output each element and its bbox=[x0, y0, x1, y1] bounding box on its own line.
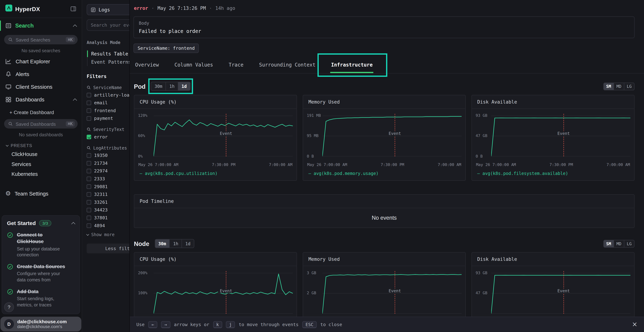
filter-option[interactable]: 29081 bbox=[86, 184, 129, 190]
node-range-1d[interactable]: 1d bbox=[182, 240, 194, 248]
y-axis-label: 95 MB bbox=[307, 134, 322, 138]
search-icon bbox=[8, 38, 13, 42]
presets-toggle[interactable]: PRESETS bbox=[0, 139, 82, 149]
checkbox[interactable] bbox=[86, 153, 91, 158]
close-icon[interactable]: × bbox=[632, 321, 638, 328]
chevron-down-icon bbox=[86, 233, 89, 236]
checkbox[interactable] bbox=[86, 224, 91, 228]
user-org: dale@clickhouse.com's bbox=[17, 324, 67, 329]
checkbox[interactable] bbox=[86, 169, 91, 173]
get-started-step: Connect to ClickHouseSet up your databas… bbox=[7, 232, 75, 258]
filter-option-label: 33261 bbox=[94, 200, 108, 205]
analysis-mode-options: Results TableEvent Patterns bbox=[87, 50, 129, 66]
checkbox[interactable] bbox=[86, 192, 91, 196]
facet-name[interactable]: SeverityText bbox=[86, 127, 129, 132]
search-section-label: Search bbox=[15, 22, 34, 28]
checkbox[interactable] bbox=[86, 93, 91, 97]
tab-surrounding-context[interactable]: Surrounding Context bbox=[259, 58, 316, 73]
checkbox[interactable] bbox=[86, 176, 91, 181]
filter-option[interactable]: payment bbox=[86, 116, 129, 121]
x-axis-label: 7:30:00 PM bbox=[550, 162, 573, 167]
facet-logattributes: LogAttributes193502173422974233329081323… bbox=[86, 146, 129, 237]
sidebar-item-search[interactable]: Search bbox=[0, 18, 82, 33]
search-icon bbox=[86, 86, 91, 90]
node-size-md[interactable]: MD bbox=[614, 240, 624, 247]
service-name-chip[interactable]: ServiceName: frontend bbox=[134, 44, 199, 53]
filter-option[interactable]: frontend bbox=[86, 108, 129, 114]
facet-name[interactable]: LogAttributes bbox=[86, 146, 129, 150]
checkbox[interactable] bbox=[86, 100, 91, 105]
y-axis-label: 0 B bbox=[476, 154, 490, 159]
pod-range-1h[interactable]: 1h bbox=[166, 82, 178, 90]
filter-option[interactable]: error bbox=[86, 134, 129, 140]
sidebar-item-kubernetes[interactable]: Kubernetes bbox=[0, 169, 82, 179]
filter-option[interactable]: 21734 bbox=[86, 161, 129, 166]
sidebar-item-client-sessions[interactable]: Client Sessions bbox=[0, 80, 82, 93]
chart-legend: — avg(k8s.pod.memory.usage) bbox=[303, 167, 465, 180]
pod-size-md[interactable]: MD bbox=[614, 83, 624, 90]
sidebar-item-services[interactable]: Services bbox=[0, 160, 82, 169]
less-filters-button[interactable]: Less filters bbox=[86, 244, 129, 253]
saved-dashboards-input[interactable]: Saved Dashboards ⌘K bbox=[4, 119, 78, 128]
help-button[interactable]: ? bbox=[4, 302, 14, 312]
filter-option[interactable]: artillery-loadgen bbox=[86, 92, 129, 98]
filter-option[interactable]: 34423 bbox=[86, 207, 129, 213]
filter-option[interactable]: email bbox=[86, 100, 129, 106]
y-axis-label: 191 MB bbox=[307, 114, 322, 118]
tab-column-values[interactable]: Column Values bbox=[174, 58, 213, 73]
source-selector-button[interactable]: Logs bbox=[86, 4, 129, 15]
tab-overview[interactable]: Overview bbox=[135, 58, 159, 73]
filter-option-label: 37801 bbox=[94, 215, 108, 220]
pod-size-lg[interactable]: LG bbox=[624, 83, 634, 90]
sidebar-item-clickhouse[interactable]: ClickHouse bbox=[0, 150, 82, 160]
facet-name[interactable]: ServiceName bbox=[86, 85, 129, 90]
filter-option[interactable]: 4894 bbox=[86, 223, 129, 228]
filter-option[interactable]: 37801 bbox=[86, 215, 129, 220]
analysis-mode-results-table[interactable]: Results Table bbox=[88, 50, 129, 58]
chart-title: Memory Used bbox=[303, 252, 465, 266]
node-range-30m[interactable]: 30m bbox=[155, 240, 170, 248]
show-more-button[interactable]: Show more bbox=[86, 232, 129, 237]
filter-option[interactable]: 32311 bbox=[86, 192, 129, 197]
checkbox-checked[interactable] bbox=[86, 135, 91, 139]
user-menu[interactable]: D dale@clickhouse.com dale@clickhouse.co… bbox=[0, 316, 81, 332]
filter-option[interactable]: 22974 bbox=[86, 168, 129, 174]
collapse-sidebar-icon[interactable] bbox=[70, 6, 76, 12]
sidebar-item-team-settings[interactable]: ⚙ Team Settings bbox=[0, 184, 82, 204]
checkbox[interactable] bbox=[86, 200, 91, 204]
event-tags: ServiceName: frontend bbox=[134, 44, 634, 53]
checkbox[interactable] bbox=[86, 108, 91, 113]
search-input[interactable] bbox=[86, 19, 129, 31]
checkbox[interactable] bbox=[86, 116, 91, 121]
pod-size-sm[interactable]: SM bbox=[604, 83, 614, 90]
filter-option-label: frontend bbox=[94, 108, 116, 114]
pod-range-30m[interactable]: 30m bbox=[151, 82, 166, 90]
checkbox[interactable] bbox=[86, 184, 91, 189]
node-range-1h[interactable]: 1h bbox=[170, 240, 182, 248]
tab-infrastructure[interactable]: Infrastructure bbox=[331, 58, 373, 73]
pod-range-1d[interactable]: 1d bbox=[178, 82, 190, 90]
sidebar-item-chart-explorer[interactable]: Chart Explorer bbox=[0, 55, 82, 68]
y-axis-label: 0% bbox=[138, 154, 153, 159]
node-size-sm[interactable]: SM bbox=[604, 240, 614, 247]
filter-option[interactable]: 19350 bbox=[86, 153, 129, 158]
facet-servicename: ServiceNameartillery-loadgenemailfronten… bbox=[86, 85, 129, 121]
sidebar-item-alerts[interactable]: Alerts bbox=[0, 68, 82, 80]
filter-option[interactable]: 33261 bbox=[86, 200, 129, 205]
filter-option[interactable]: 2333 bbox=[86, 176, 129, 182]
sidebar-item-dashboards[interactable]: Dashboards bbox=[0, 93, 82, 106]
saved-searches-input[interactable]: Saved Searches ⌘K bbox=[4, 35, 78, 44]
y-axis-label: 47 GB bbox=[476, 134, 490, 138]
node-section-title: Node bbox=[134, 240, 149, 247]
chart-canvas: Event bbox=[322, 112, 462, 158]
analysis-mode-event-patterns[interactable]: Event Patterns bbox=[88, 58, 129, 66]
search-icon bbox=[8, 122, 13, 126]
create-dashboard-button[interactable]: + Create Dashboard bbox=[0, 106, 82, 117]
checkbox[interactable] bbox=[86, 208, 91, 212]
checkbox[interactable] bbox=[86, 161, 91, 166]
node-size-lg[interactable]: LG bbox=[624, 240, 634, 247]
get-started-header[interactable]: Get Started 3/3 bbox=[7, 220, 75, 226]
checkbox[interactable] bbox=[86, 216, 91, 220]
tab-trace[interactable]: Trace bbox=[228, 58, 244, 73]
check-circle-icon bbox=[7, 264, 13, 283]
